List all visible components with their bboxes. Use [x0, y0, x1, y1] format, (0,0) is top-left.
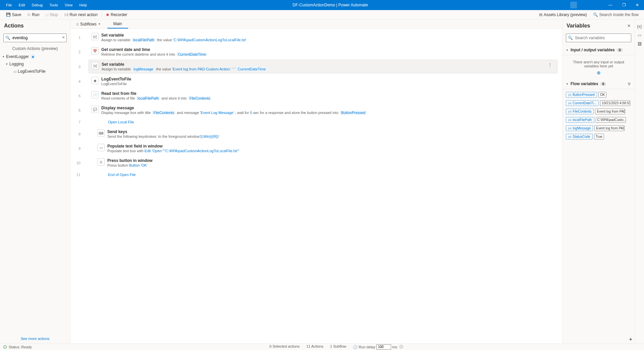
variable-name-chip[interactable]: (x)ButtonPressed	[566, 92, 597, 98]
flow-step-row[interactable]: 3{x}Set variableAssign to variable logMe…	[70, 59, 562, 74]
run-delay-input[interactable]	[376, 344, 391, 350]
action-title: Set variable	[101, 33, 555, 38]
tree-eventlogger[interactable]: ▾ EventLogger ◆	[1, 53, 69, 60]
group-label[interactable]: Open Local File	[89, 117, 134, 127]
variable-type-icon: (x)	[568, 127, 571, 130]
filter-icon[interactable]: ▽	[628, 82, 631, 86]
action-card[interactable]: {x}Set variableAssign to variable localF…	[89, 31, 557, 44]
pin-icon[interactable]: ◈	[629, 337, 632, 341]
action-description: LogEventToFile	[101, 82, 555, 86]
flow-step-row[interactable]: 5📄Read text from fileRead contents of fi…	[70, 89, 562, 103]
string-value: 'Event log from PAD Custom Action: '	[172, 67, 232, 71]
variable-token: localFilePath	[132, 38, 156, 42]
flow-step-row[interactable]: 11End of Open File	[70, 170, 562, 179]
menu-edit[interactable]: Edit	[15, 3, 29, 7]
action-card[interactable]: ⌨Send keysSend the following keystrokes:…	[95, 127, 557, 140]
see-more-actions-link[interactable]: See more actions	[0, 334, 70, 343]
action-card[interactable]: 📄Read text from fileRead contents of fil…	[89, 89, 557, 102]
flow-variable-item[interactable]: (x)StatusCodeTrue	[566, 134, 631, 139]
user-icon[interactable]	[570, 2, 577, 8]
flow-step-row[interactable]: 2📅Get current date and timeRetrieve the …	[70, 45, 562, 59]
minimize-button[interactable]: —	[604, 3, 617, 7]
action-more-icon[interactable]: ⋮	[546, 62, 554, 67]
chevron-down-icon: ▾	[6, 62, 9, 66]
run-next-button[interactable]: ▷|Run next action	[61, 10, 101, 19]
rail-uielements-icon[interactable]: ▭	[635, 31, 644, 40]
menu-view[interactable]: View	[61, 3, 76, 7]
tab-main[interactable]: Main	[107, 19, 128, 28]
action-card[interactable]: ▭Populate text field in windowPopulate t…	[95, 142, 557, 155]
actions-search-input[interactable]	[3, 34, 67, 42]
flow-variable-item[interactable]: (x)logMessageEvent log from PAD...	[566, 125, 631, 131]
actions-search-box[interactable]: 🔍 ✕	[3, 34, 67, 42]
add-variable-button[interactable]: ⊕	[562, 70, 635, 79]
flow-body[interactable]: 1{x}Set variableAssign to variable local…	[70, 29, 562, 343]
tree-logging[interactable]: ▾ Logging	[1, 60, 69, 68]
flow-step-row[interactable]: 7Open Local File	[70, 117, 562, 127]
clear-icon[interactable]: ✕	[62, 36, 65, 39]
preview-badge-icon: ◆	[31, 55, 35, 59]
recorder-button[interactable]: ◉Recorder	[103, 10, 130, 19]
flow-step-row[interactable]: 8⌨Send keysSend the following keystrokes…	[70, 127, 562, 141]
flow-step-row[interactable]: 6💬Display messageDisplay message box wit…	[70, 103, 562, 117]
flow-variable-item[interactable]: (x)FileContentsEvent log from PAD...	[566, 109, 631, 114]
close-panel-icon[interactable]: ✕	[627, 23, 631, 28]
variables-search-box[interactable]: 🔍	[566, 34, 631, 42]
flow-variables-header[interactable]: ▾ Flow variables 6 ▽	[562, 79, 635, 89]
variable-name-chip[interactable]: (x)logMessage	[566, 125, 593, 131]
variable-name-chip[interactable]: (x)FileContents	[566, 109, 594, 114]
action-card[interactable]: 💬Display messageDisplay message box with…	[89, 104, 557, 117]
action-type-icon: ⌨	[97, 129, 105, 137]
variable-name-chip[interactable]: (x)localFilePath	[566, 117, 594, 123]
save-button[interactable]: 💾Save	[3, 10, 24, 19]
variable-name: FileContents	[573, 110, 591, 113]
variable-name: ButtonPressed	[573, 93, 595, 97]
flow-step-row[interactable]: 1{x}Set variableAssign to variable local…	[70, 30, 562, 45]
rail-variables-icon[interactable]: {x}	[635, 22, 644, 31]
chevron-down-icon[interactable]: ▾	[567, 82, 568, 85]
flow-search-placeholder: Search inside the flow	[599, 12, 639, 17]
flow-step-row[interactable]: 9▭Populate text field in windowPopulate …	[70, 141, 562, 156]
action-card[interactable]: ◉LogEventToFileLogEventToFile	[89, 75, 557, 88]
action-type-icon: {x}	[92, 62, 99, 69]
flow-variable-item[interactable]: (x)localFilePathC:\RPA\padCusto...	[566, 117, 631, 123]
action-card[interactable]: {x}Set variableAssign to variable logMes…	[89, 60, 557, 73]
variables-search-input[interactable]	[566, 34, 631, 42]
variable-token: localFilePath	[136, 96, 160, 100]
info-icon[interactable]: ⓘ	[399, 345, 403, 349]
subflows-dropdown[interactable]: ⎌ Subflows ▾	[73, 22, 103, 26]
chevron-down-icon[interactable]: ▾	[567, 49, 568, 52]
io-variables-header[interactable]: ▾ Input / output variables 0	[562, 45, 635, 55]
menu-help[interactable]: Help	[76, 3, 90, 7]
menu-tools[interactable]: Tools	[46, 3, 61, 7]
flow-variable-item[interactable]: (x)ButtonPressedOK	[566, 92, 631, 98]
string-value: '"C:\RPA\padCustomActionLogToLocalFile.t…	[163, 149, 239, 153]
rail-images-icon[interactable]: 🖼	[635, 40, 644, 48]
tree-logeventtofile[interactable]: ▭ LogEventToFile	[1, 68, 69, 75]
flow-search[interactable]: 🔍Search inside the flow	[590, 12, 641, 17]
variable-name-chip[interactable]: (x)CurrentDateTi...	[566, 100, 599, 106]
action-content: Set variableAssign to variable localFile…	[101, 33, 555, 42]
toolbar: 💾Save ▷Run □Stop ▷|Run next action ◉Reco…	[0, 10, 644, 19]
flow-step-row[interactable]: 10⊙Press button in windowPress button Bu…	[70, 156, 562, 170]
string-value: 'Event Log Message'	[200, 111, 234, 115]
maximize-button[interactable]: ❐	[617, 3, 631, 7]
action-title: Set variable	[102, 62, 546, 67]
variable-name-chip[interactable]: (x)StatusCode	[566, 134, 593, 139]
close-button[interactable]: ✕	[631, 3, 644, 7]
action-card[interactable]: ⊙Press button in windowPress button Butt…	[95, 156, 557, 169]
selected-actions-count: 0 Selected actions	[269, 344, 300, 350]
flow-step-row[interactable]: 4◉LogEventToFileLogEventToFile	[70, 74, 562, 89]
run-button[interactable]: ▷Run	[24, 10, 43, 19]
variable-name: logMessage	[573, 126, 591, 130]
flow-variable-item[interactable]: (x)CurrentDateTi...10/21/2023 4:58:53...	[566, 100, 631, 106]
action-title: Read text from file	[101, 91, 555, 96]
menu-debug[interactable]: Debug	[29, 3, 46, 7]
row-number: 11	[70, 170, 89, 179]
action-card[interactable]: 📅Get current date and timeRetrieve the c…	[89, 45, 557, 58]
menu-file[interactable]: File	[3, 3, 15, 7]
string-value: '{LWin}({R})'	[200, 134, 219, 138]
action-description: Display message box with title FileConte…	[101, 111, 555, 115]
group-label[interactable]: End of Open File	[89, 170, 136, 179]
assets-library-button[interactable]: ▤Assets Library (preview)	[536, 12, 590, 17]
